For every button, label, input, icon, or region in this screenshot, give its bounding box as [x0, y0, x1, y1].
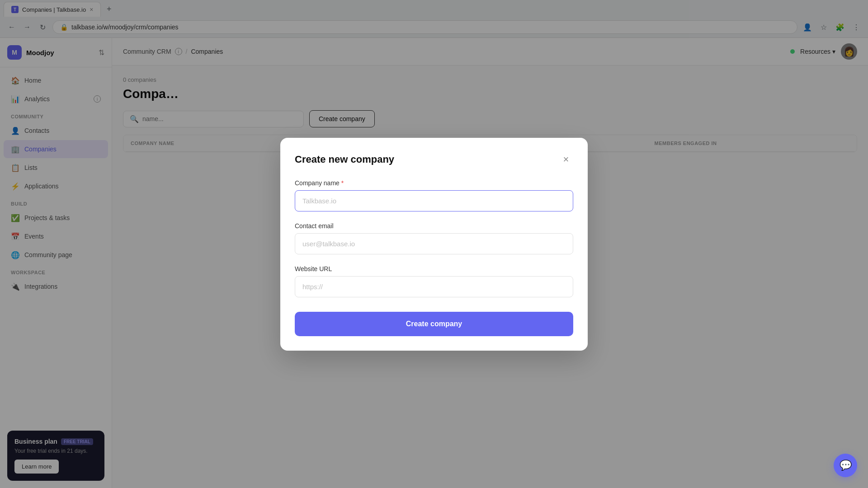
chat-button[interactable]: 💬: [834, 454, 857, 477]
modal-header: Create new company ×: [295, 152, 573, 167]
modal-overlay[interactable]: Create new company × Company name * Cont…: [0, 0, 868, 488]
website-url-label: Website URL: [295, 265, 573, 272]
company-name-label: Company name *: [295, 179, 573, 187]
company-name-input[interactable]: [295, 190, 573, 211]
chat-icon: 💬: [840, 460, 852, 471]
modal-close-button[interactable]: ×: [559, 152, 573, 167]
website-url-input[interactable]: [295, 276, 573, 297]
website-url-group: Website URL: [295, 265, 573, 297]
company-name-group: Company name *: [295, 179, 573, 211]
modal-title: Create new company: [295, 154, 394, 165]
create-company-submit-button[interactable]: Create company: [295, 312, 573, 336]
contact-email-label: Contact email: [295, 222, 573, 230]
required-star: *: [341, 179, 344, 187]
create-company-modal: Create new company × Company name * Cont…: [280, 138, 588, 351]
contact-email-input[interactable]: [295, 233, 573, 254]
contact-email-group: Contact email: [295, 222, 573, 254]
